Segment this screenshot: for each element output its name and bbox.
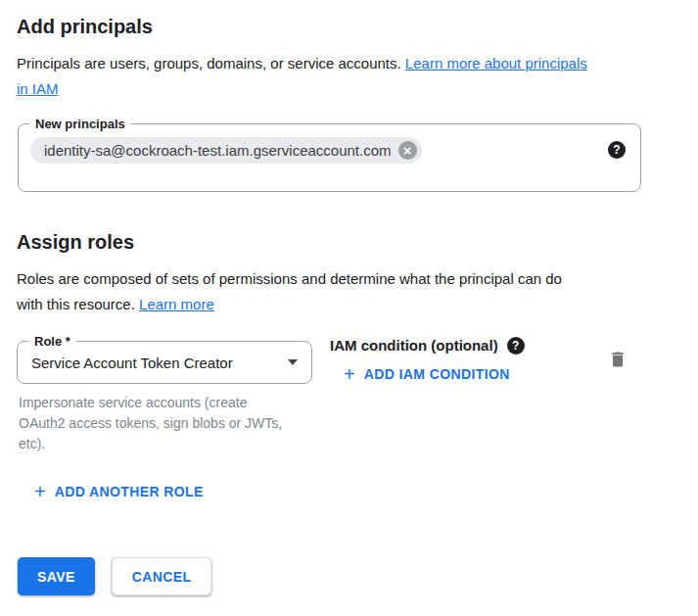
role-selected-value: Service Account Token Creator	[31, 355, 233, 371]
principals-description-line2: in IAM	[17, 76, 698, 102]
roles-description-line1: Roles are composed of sets of permission…	[17, 266, 698, 292]
learn-more-roles-link[interactable]: Learn more	[139, 296, 214, 312]
learn-more-principals-link-continued[interactable]: in IAM	[17, 80, 59, 97]
principals-description-line1: Principals are users, groups, domains, o…	[17, 51, 698, 76]
delete-role-column	[608, 350, 628, 373]
add-principals-title: Add principals	[17, 14, 698, 39]
principal-chip[interactable]: identity-sa@cockroach-test.iam.gservicea…	[30, 137, 422, 164]
dialog-actions: SAVE CANCEL	[18, 557, 698, 595]
role-binding-row: Role * Service Account Token Creator Imp…	[17, 341, 698, 454]
delete-role-button[interactable]	[608, 350, 628, 372]
principal-chip-text: identity-sa@cockroach-test.iam.gservicea…	[44, 142, 392, 159]
iam-condition-help-icon[interactable]: ?	[507, 337, 525, 355]
trash-icon	[608, 350, 628, 369]
learn-more-principals-link[interactable]: Learn more about principals	[405, 55, 587, 71]
cancel-button[interactable]: CANCEL	[112, 557, 212, 595]
plus-icon: +	[344, 365, 355, 383]
role-column: Role * Service Account Token Creator Imp…	[17, 341, 312, 454]
save-button[interactable]: SAVE	[18, 557, 95, 595]
add-principals-panel: Add principals Principals are users, gro…	[0, 14, 698, 595]
chip-remove-icon[interactable]: ×	[398, 141, 417, 160]
role-select[interactable]: Role * Service Account Token Creator	[17, 341, 312, 384]
role-helper-text: Impersonate service accounts (create OAu…	[19, 393, 295, 454]
add-another-role-button[interactable]: + ADD ANOTHER ROLE	[34, 482, 204, 501]
roles-description-line2: with this resource. Learn more	[17, 292, 698, 317]
add-another-role-label: ADD ANOTHER ROLE	[55, 482, 204, 501]
iam-condition-label: IAM condition (optional)	[330, 336, 498, 355]
iam-condition-column: IAM condition (optional) ? + ADD IAM CON…	[330, 336, 525, 385]
assign-roles-title: Assign roles	[17, 229, 698, 255]
principals-description-text: Principals are users, groups, domains, o…	[17, 55, 401, 71]
new-principals-label: New principals	[29, 116, 131, 132]
add-iam-condition-button[interactable]: + ADD IAM CONDITION	[344, 364, 510, 384]
new-principals-help-icon[interactable]: ?	[608, 141, 626, 159]
plus-icon: +	[34, 483, 46, 500]
role-select-label: Role *	[28, 333, 76, 350]
add-iam-condition-label: ADD IAM CONDITION	[364, 364, 510, 384]
principals-description: Principals are users, groups, domains, o…	[17, 51, 698, 102]
chevron-down-icon	[288, 359, 298, 365]
new-principals-input[interactable]: New principals identity-sa@cockroach-tes…	[18, 123, 641, 192]
roles-description: Roles are composed of sets of permission…	[17, 266, 698, 317]
roles-description-line2-text: with this resource.	[17, 296, 135, 312]
iam-condition-label-row: IAM condition (optional) ?	[330, 336, 525, 355]
